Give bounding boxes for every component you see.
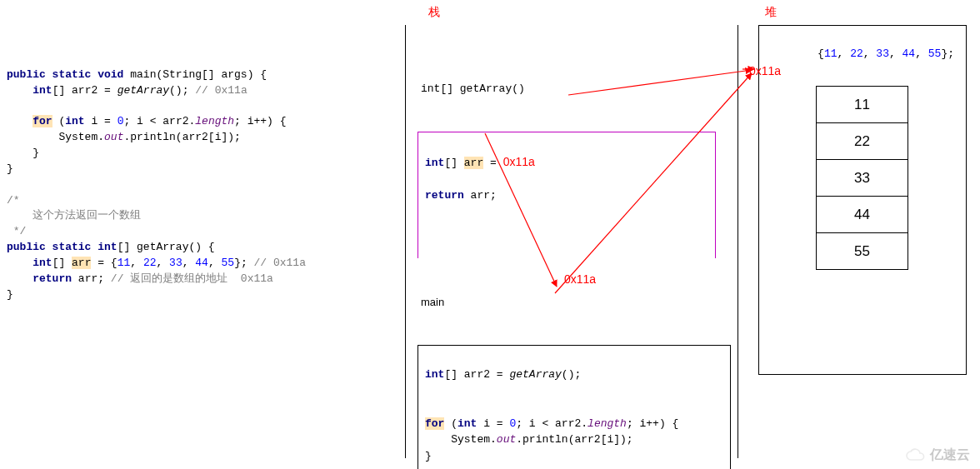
heap-cell: 33 (817, 160, 908, 197)
watermark-text: 亿速云 (930, 447, 970, 464)
arr2-address-annotation: 0x11a (564, 272, 596, 286)
frame-title-main: main (412, 291, 736, 312)
heap-column: {11, 22, 33, 44, 55}; 0x11a 11 22 33 44 … (758, 25, 967, 375)
heap-array-literal: {11, 22, 33, 44, 55}; (818, 47, 954, 60)
heap-cell: 22 (817, 123, 908, 160)
heap-cell: 44 (817, 197, 908, 233)
watermark: 亿速云 (905, 447, 970, 464)
frame-title-getarray: int[] getArray() (412, 77, 721, 99)
stack-column: int[] getArray() int[] arr = 0x11a retur… (405, 25, 738, 458)
source-code-panel: public static void main(String[] args) {… (7, 52, 390, 303)
heap-label: 堆 (765, 5, 777, 20)
stack-label: 栈 (428, 5, 440, 20)
frame-body-main: int[] arr2 = getArray(); for (int i = 0;… (418, 345, 731, 470)
heap-array-table: 11 22 33 44 55 (816, 86, 908, 270)
heap-cell: 11 (817, 87, 908, 123)
cloud-icon (905, 448, 927, 463)
stack-frame-main: main int[] arr2 = getArray(); for (int i… (412, 258, 736, 469)
heap-cell: 55 (817, 233, 908, 270)
heap-address-label: 0x11a (749, 64, 781, 77)
arr-address-annotation: 0x11a (503, 155, 535, 168)
